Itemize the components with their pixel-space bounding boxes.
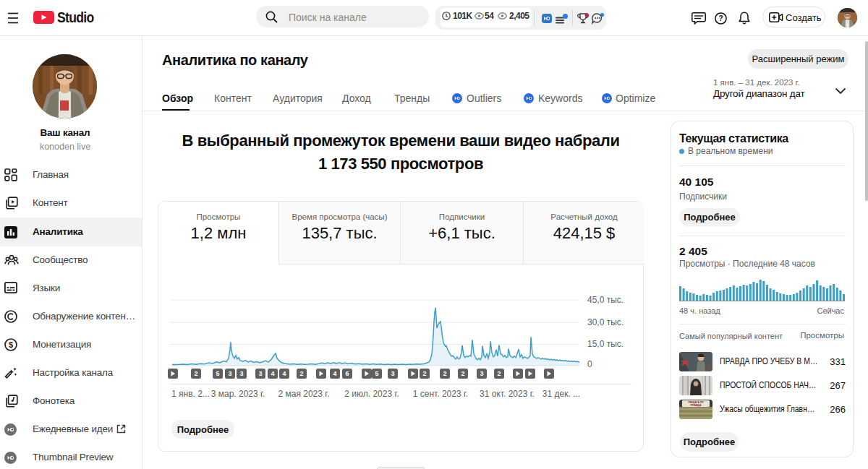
svg-text:ПРАВДА: ПРАВДА xyxy=(691,404,702,407)
svg-text:?: ? xyxy=(718,14,723,22)
svg-text:$: $ xyxy=(9,340,13,349)
